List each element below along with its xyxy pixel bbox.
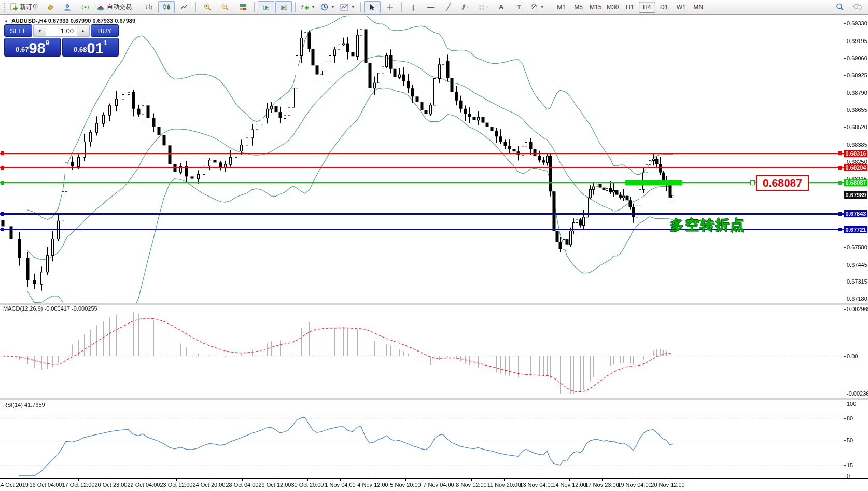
price-axis-tick-label[interactable]: 0.68790 — [847, 90, 867, 96]
toolbar-grip[interactable] — [4, 3, 5, 12]
line-end-marker[interactable] — [1, 181, 4, 185]
price-axis-tick-label[interactable]: 0.68925 — [847, 72, 867, 78]
line-end-marker[interactable] — [838, 181, 842, 185]
time-axis-label[interactable]: 13 Nov 04:00 — [520, 482, 553, 488]
timeframe-m30[interactable]: M30 — [605, 2, 621, 13]
macd-pane-divider[interactable] — [0, 303, 868, 306]
rsi-axis-label[interactable]: 100 — [847, 401, 856, 407]
volume-decrease-button[interactable]: ▼ — [34, 25, 46, 36]
line-end-marker[interactable] — [838, 151, 842, 155]
time-axis-label[interactable]: 16 Oct 04:00 — [30, 482, 62, 488]
price-axis-tick-label[interactable]: 0.67445 — [847, 262, 867, 268]
time-axis-label[interactable]: 8 Nov 12:00 — [456, 482, 486, 488]
chat-button[interactable] — [849, 1, 866, 13]
line-end-marker[interactable] — [838, 166, 842, 170]
macd-axis-label[interactable]: 0.00 — [847, 353, 858, 359]
line-end-marker[interactable] — [838, 212, 842, 216]
time-axis-label[interactable]: 22 Oct 04:00 — [128, 482, 160, 488]
macd-axis-label[interactable]: 0.002965 — [847, 306, 868, 312]
collapse-icon[interactable]: ▲ — [4, 19, 8, 23]
periods-button[interactable]: ▼ — [318, 1, 337, 13]
rsi-axis-label[interactable]: 50 — [847, 437, 853, 443]
rsi-pane-divider[interactable] — [0, 398, 868, 401]
bar-chart-button[interactable] — [141, 1, 157, 13]
horizontal-line-object[interactable] — [0, 195, 844, 195]
price-axis-tick-label[interactable]: 0.69195 — [847, 38, 867, 44]
timeframe-mn[interactable]: MN — [690, 2, 707, 13]
time-axis-label[interactable]: 20 Nov 12:00 — [651, 482, 684, 488]
line-end-marker[interactable] — [1, 166, 4, 170]
time-axis-label[interactable]: 4 Nov 12:00 — [357, 482, 388, 488]
time-axis-label[interactable]: 14 Oct 2019 — [0, 482, 29, 488]
line-anchor-marker[interactable] — [750, 180, 755, 185]
price-axis-tick-label[interactable]: 0.68520 — [847, 124, 867, 130]
time-axis-label[interactable]: 7 Nov 04:00 — [423, 482, 454, 488]
line-end-marker[interactable] — [838, 228, 842, 231]
auto-trading-button[interactable]: 自动交易 — [94, 1, 134, 13]
line-end-marker[interactable] — [1, 228, 4, 231]
trendline-tool[interactable]: ╱ — [440, 1, 457, 13]
search-button[interactable] — [832, 1, 848, 13]
chart-shift-button[interactable] — [275, 1, 292, 13]
templates-button[interactable]: ▼ — [338, 1, 357, 13]
cursor-button[interactable] — [364, 1, 381, 13]
tile-windows-button[interactable] — [234, 1, 251, 13]
time-axis-label[interactable]: 17 Oct 12:00 — [62, 482, 95, 488]
timeframe-m5[interactable]: M5 — [570, 2, 587, 13]
price-level-box[interactable]: 0.68087 — [756, 175, 809, 191]
horizontal-line-object[interactable] — [0, 153, 844, 154]
zoom-out-button[interactable] — [217, 1, 233, 13]
timeframe-h4[interactable]: H4 — [639, 2, 655, 13]
auto-scroll-button[interactable] — [258, 1, 274, 13]
time-axis-label[interactable]: 19 Nov 04:00 — [618, 482, 651, 488]
label-tool[interactable]: T — [511, 1, 527, 13]
buy-price-button[interactable]: 0.68 01 1 — [62, 38, 119, 57]
sell-button[interactable]: SELL — [4, 24, 32, 37]
horizontal-line-tool[interactable]: — — [423, 1, 439, 13]
price-axis-tick-label[interactable]: 0.69060 — [847, 55, 867, 61]
price-axis-tick-label[interactable]: 0.68385 — [847, 142, 867, 148]
volume-input[interactable]: 1.00 — [46, 25, 77, 36]
timeframe-m15[interactable]: M15 — [587, 2, 604, 13]
turning-point-annotation[interactable]: 多空转折点 — [670, 216, 745, 234]
vertical-line-tool[interactable]: | — [405, 1, 422, 13]
timeframe-h1[interactable]: H1 — [622, 2, 638, 13]
profile-button[interactable] — [59, 1, 76, 13]
buy-button[interactable]: BUY — [91, 24, 119, 37]
time-axis-label[interactable]: 1 Nov 04:00 — [325, 482, 355, 488]
indicators-button[interactable]: f ▼ — [299, 1, 317, 13]
horizontal-line-object[interactable] — [0, 182, 844, 183]
time-axis-label[interactable]: 11 Nov 20:00 — [487, 482, 521, 488]
price-axis-tick-label[interactable]: 0.67180 — [847, 296, 867, 302]
time-axis-label[interactable]: 17 Nov 23:00 — [585, 482, 619, 488]
fibonacci-tool[interactable]: F — [475, 1, 492, 13]
time-axis-label[interactable]: 5 Nov 20:00 — [390, 482, 421, 488]
line-end-marker[interactable] — [1, 212, 4, 216]
time-axis-label[interactable]: 30 Oct 20:00 — [291, 482, 324, 488]
signals-button[interactable] — [77, 1, 93, 13]
volume-increase-button[interactable]: ▲ — [77, 25, 89, 36]
price-axis-tick-label[interactable]: 0.67315 — [847, 278, 867, 285]
macd-axis-label[interactable]: -0.002363 — [847, 390, 868, 397]
support-highlight-segment[interactable] — [625, 180, 682, 185]
price-axis-tick-label[interactable]: 0.68655 — [847, 107, 867, 113]
rsi-axis-label[interactable]: 15 — [847, 462, 853, 468]
timeframe-m1[interactable]: M1 — [553, 2, 570, 13]
time-axis-label[interactable]: 20 Oct 23:00 — [95, 482, 128, 488]
time-axis-label[interactable]: 28 Oct 04:00 — [226, 482, 259, 488]
price-axis-tick-label[interactable]: 0.69330 — [847, 20, 867, 26]
sell-price-button[interactable]: 0.67 98 9 — [4, 38, 61, 57]
crosshair-button[interactable] — [382, 1, 398, 13]
timeframe-w1[interactable]: W1 — [673, 2, 690, 13]
time-axis-label[interactable]: 23 Oct 12:00 — [160, 482, 193, 488]
price-axis-tick-label[interactable]: 0.67580 — [847, 244, 867, 250]
arrows-tool[interactable]: ▼ — [528, 1, 547, 13]
horizontal-line-object[interactable] — [0, 213, 844, 215]
time-axis-label[interactable]: 29 Oct 12:00 — [259, 482, 291, 488]
line-end-marker[interactable] — [1, 151, 4, 155]
timeframe-d1[interactable]: D1 — [656, 2, 673, 13]
time-axis-label[interactable]: 24 Oct 20:00 — [193, 482, 226, 488]
text-tool[interactable]: A — [493, 1, 510, 13]
time-axis-label[interactable]: 14 Nov 12:00 — [552, 482, 586, 488]
chart-delete-button[interactable] — [41, 1, 58, 13]
